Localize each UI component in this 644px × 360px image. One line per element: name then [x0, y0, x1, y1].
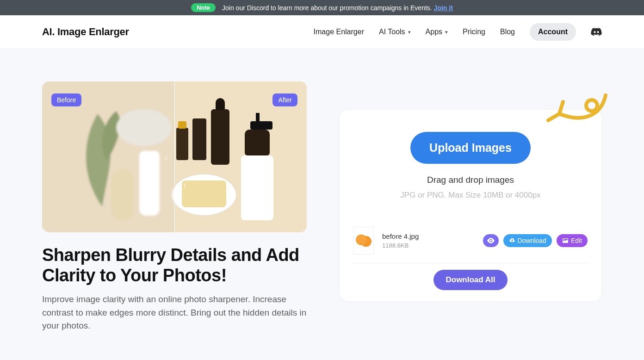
download-all-button[interactable]: Download All — [433, 270, 507, 290]
nav-pricing[interactable]: Pricing — [463, 28, 485, 36]
file-name: before 4.jpg — [382, 232, 475, 240]
eye-icon — [487, 238, 495, 243]
upload-card: Upload Images Drag and drop images JPG o… — [339, 109, 602, 302]
curly-arrow-icon — [545, 91, 610, 132]
nav-blog[interactable]: Blog — [500, 28, 515, 36]
hero-subtext: Improve image clarity with an online pho… — [42, 293, 307, 333]
chevron-down-icon: ▾ — [445, 29, 448, 35]
file-size: 1188.6KB — [382, 242, 475, 249]
edit-button[interactable]: Edit — [557, 234, 588, 247]
svg-point-0 — [586, 100, 597, 111]
download-button[interactable]: Download — [503, 234, 552, 247]
file-thumbnail — [353, 227, 374, 254]
discord-icon[interactable] — [591, 28, 602, 36]
chevron-down-icon: ▾ — [408, 29, 411, 35]
cloud-download-icon — [509, 237, 515, 244]
banner-text: Join our Discord to learn more about our… — [222, 4, 453, 12]
nav-apps[interactable]: Apps ▾ — [426, 28, 448, 36]
before-after-preview: Before After ‹ › — [42, 81, 307, 232]
account-button[interactable]: Account — [530, 23, 576, 41]
decorative-vial — [192, 118, 206, 160]
join-discord-link[interactable]: Join it — [434, 4, 453, 12]
preview-button[interactable] — [483, 234, 499, 247]
decorative-vial — [176, 128, 188, 160]
promo-banner: Note Join our Discord to learn more abou… — [0, 0, 644, 15]
carousel-next-icon[interactable]: › — [179, 179, 190, 190]
upload-hint: JPG or PNG. Max Size 10MB or 4000px — [352, 191, 589, 200]
main-content: Before After ‹ › Sharpen Blurry Details … — [37, 49, 607, 351]
before-badge: Before — [51, 93, 81, 106]
uploaded-file-row: before 4.jpg 1188.6KB Download Edit — [352, 227, 589, 263]
nav-ai-tools[interactable]: AI Tools ▾ — [379, 28, 411, 36]
nav-image-enlarger[interactable]: Image Enlarger — [314, 28, 364, 36]
decorative-pump-bottle — [236, 114, 278, 220]
upload-images-button[interactable]: Upload Images — [410, 132, 531, 164]
hero-headline: Sharpen Blurry Details and Add Clarity t… — [42, 245, 307, 286]
note-badge: Note — [191, 3, 216, 12]
drop-instruction: Drag and drop images — [352, 175, 589, 185]
after-badge: After — [272, 93, 297, 106]
carousel-prev-icon[interactable]: ‹ — [161, 151, 172, 162]
site-header: AI. Image Enlarger Image Enlarger AI Too… — [0, 15, 644, 49]
image-edit-icon — [562, 238, 569, 243]
logo[interactable]: AI. Image Enlarger — [42, 26, 129, 38]
decorative-dropper — [211, 109, 229, 165]
main-nav: Image Enlarger AI Tools ▾ Apps ▾ Pricing… — [314, 23, 602, 41]
